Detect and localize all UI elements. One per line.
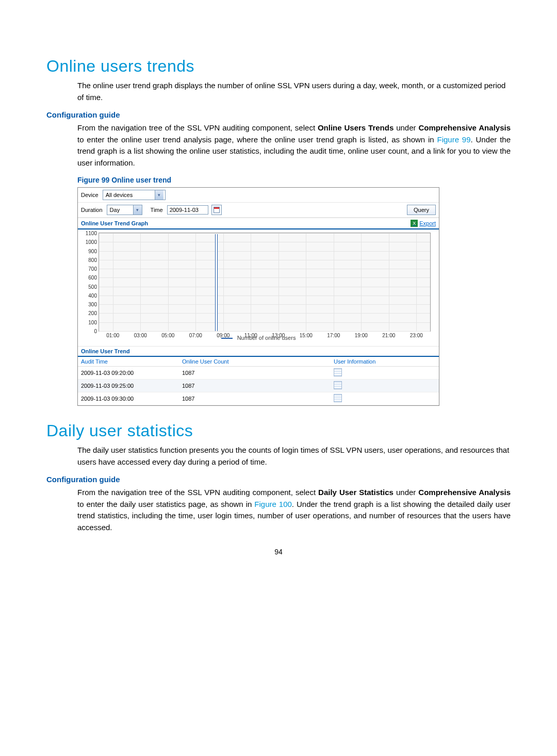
x-tick-label: 03:00: [134, 331, 147, 338]
duration-label: Duration: [81, 207, 103, 213]
x-tick-label: 17:00: [327, 331, 340, 338]
duration-select[interactable]: Day ▾: [107, 205, 142, 215]
bold-text: Online Users Trends: [318, 123, 394, 132]
stats-table: Audit Time Online User Count User Inform…: [78, 357, 439, 405]
device-select[interactable]: All devices ▾: [103, 190, 166, 200]
x-tick-label: 13:00: [272, 331, 285, 338]
cell-user-info: [331, 380, 439, 392]
section-title-daily-user-statistics: Daily user statistics: [46, 421, 511, 440]
section2-subhead: Configuration guide: [46, 475, 511, 484]
bold-text: Daily User Statistics: [318, 488, 394, 497]
chart-container: 01002003004005006007008009001000110001:0…: [78, 229, 439, 346]
cell-user-info: [331, 367, 439, 380]
x-tick-label: 15:00: [300, 331, 313, 338]
query-button[interactable]: Query: [407, 205, 436, 215]
x-tick-label: 11:00: [244, 331, 257, 338]
x-tick-label: 19:00: [355, 331, 368, 338]
cell-audit-time: 2009-11-03 09:20:00: [78, 367, 179, 380]
text: to enter the daily user statistics page,…: [77, 500, 254, 508]
text: to enter the online user trend analysis …: [77, 135, 437, 144]
cell-user-info: [331, 392, 439, 405]
x-tick-label: 07:00: [189, 331, 202, 338]
x-tick-label: 05:00: [161, 331, 174, 338]
figure-caption: Figure 99 Online user trend: [77, 176, 511, 184]
duration-select-value: Day: [107, 207, 133, 213]
table-panel-title-bar: Online User Trend: [78, 346, 439, 357]
figure-link-100[interactable]: Figure 100: [254, 500, 292, 508]
y-tick-label: 900: [88, 248, 99, 254]
excel-icon: X: [411, 220, 418, 227]
section2-body: From the navigation tree of the SSL VPN …: [77, 487, 511, 533]
y-tick-label: 300: [88, 302, 99, 307]
export-label: Export: [419, 220, 436, 226]
table-row: 2009-11-03 09:30:001087: [78, 392, 439, 405]
y-tick-label: 600: [88, 275, 99, 281]
table-header-row: Audit Time Online User Count User Inform…: [78, 357, 439, 367]
filter-bar: Device All devices ▾: [78, 188, 439, 203]
text: under: [394, 488, 418, 497]
y-tick-label: 700: [88, 266, 99, 272]
bold-text: Comprehensive Analysis: [418, 123, 511, 132]
section-title-online-users-trends: Online users trends: [46, 57, 511, 76]
th-audit-time[interactable]: Audit Time: [78, 357, 179, 367]
user-info-icon[interactable]: [334, 394, 342, 402]
y-tick-label: 1100: [86, 231, 99, 236]
text: under: [394, 123, 418, 132]
user-info-icon[interactable]: [334, 368, 342, 376]
chevron-down-icon: ▾: [155, 190, 163, 200]
table-row: 2009-11-03 09:25:001087: [78, 380, 439, 392]
section1-subhead: Configuration guide: [46, 110, 511, 119]
x-tick-label: 01:00: [106, 331, 119, 338]
export-link[interactable]: X Export: [411, 220, 436, 227]
device-select-value: All devices: [103, 192, 155, 198]
page-number: 94: [0, 548, 557, 556]
cell-user-count: 1087: [179, 380, 331, 392]
cell-audit-time: 2009-11-03 09:30:00: [78, 392, 179, 405]
y-tick-label: 400: [88, 292, 99, 298]
table-panel-title: Online User Trend: [81, 348, 130, 354]
x-tick-label: 09:00: [217, 331, 230, 338]
x-tick-label: 21:00: [382, 331, 395, 338]
cell-audit-time: 2009-11-03 09:25:00: [78, 380, 179, 392]
section1-intro: The online user trend graph displays the…: [77, 80, 511, 103]
screenshot-figure-99: Device All devices ▾ Duration Day ▾ Time…: [77, 187, 439, 406]
y-tick-label: 200: [88, 310, 99, 316]
y-tick-label: 0: [94, 328, 99, 334]
th-user-information[interactable]: User Information: [331, 357, 439, 367]
x-tick-label: 23:00: [410, 331, 423, 338]
bold-text: Comprehensive Analysis: [418, 488, 511, 497]
cell-user-count: 1087: [179, 392, 331, 405]
y-tick-label: 800: [88, 257, 99, 262]
time-input[interactable]: [167, 205, 208, 215]
text: From the navigation tree of the SSL VPN …: [77, 123, 318, 132]
section1-body: From the navigation tree of the SSL VPN …: [77, 122, 511, 169]
section2-intro: The daily user statistics function prese…: [77, 445, 511, 468]
y-tick-label: 500: [88, 284, 99, 289]
th-online-user-count[interactable]: Online User Count: [179, 357, 331, 367]
chevron-down-icon: ▾: [133, 205, 142, 215]
text: From the navigation tree of the SSL VPN …: [77, 488, 318, 497]
table-row: 2009-11-03 09:20:001087: [78, 367, 439, 380]
time-label: Time: [151, 207, 163, 213]
y-tick-label: 100: [88, 319, 99, 325]
cell-user-count: 1087: [179, 367, 331, 380]
figure-link[interactable]: Figure 99: [437, 135, 470, 144]
chart-panel-title: Online User Trend Graph: [81, 220, 148, 226]
y-tick-label: 1000: [86, 239, 99, 245]
filter-bar-row2: Duration Day ▾ Time Query: [78, 203, 439, 218]
device-label: Device: [81, 192, 99, 198]
chart-plot-area: 01002003004005006007008009001000110001:0…: [99, 233, 431, 332]
calendar-icon[interactable]: [211, 205, 222, 215]
chart-panel-title-bar: Online User Trend Graph X Export: [78, 218, 439, 229]
user-info-icon[interactable]: [334, 381, 342, 389]
